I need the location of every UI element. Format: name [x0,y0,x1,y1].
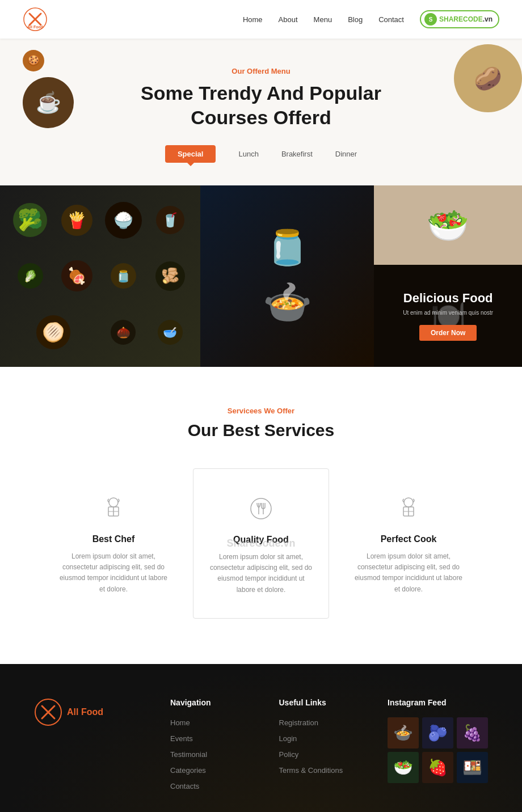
hero-deco-right: 🥔 [454,44,522,112]
svg-text:All Food: All Food [27,25,43,29]
service-cook-name: Perfect Cook [354,534,463,544]
service-chef-desc: Lorem ipsum dolor sit amet, consectetur … [59,551,168,595]
food-item-2: 🍟 [61,205,92,236]
footer-top: All Food Navigation Home Events Testimon… [34,698,488,812]
footer-nav-categories[interactable]: Categories [170,766,206,775]
gallery-middle: 🫙 🍲 [200,185,374,367]
footer-nav-contacts[interactable]: Contacts [170,782,199,790]
gallery-top-dish: 🥗 [374,185,522,265]
service-card-quality: ShareCode.vn Quality Food Lorem ipsum do… [193,468,329,619]
footer-nav-list: Home Events Testimonial Categories Conta… [170,717,245,791]
footer-links-col: Useful Links Registration Login Policy T… [279,698,354,797]
logo[interactable]: All Food [23,7,48,32]
food-item-4: 🥤 [156,206,184,234]
hero-subtitle: Our Offerd Menu [113,67,409,75]
hero-title: Some Trendy And Popular Courses Offerd [113,81,409,129]
bowl-decoration: ☕ [23,77,74,128]
food-oil-bottle: 🫙 [266,227,309,268]
nav-menu[interactable]: Menu [314,15,332,24]
footer-links-title: Useful Links [279,698,354,707]
food-item-6: 🍖 [61,260,92,291]
footer-instagram-title: Instagram Feed [388,698,488,707]
food-item-7: 🫙 [111,263,136,289]
services-section: Servicees We Offer Our Best Services Bes… [0,367,522,664]
footer: All Food Navigation Home Events Testimon… [0,664,522,812]
instagram-grid: 🍲 🫐 🍇 🥗 🍓 🍱 [388,717,488,783]
sharecode-text: SHARECODE.vn [439,15,492,23]
tab-special[interactable]: Special [165,145,216,163]
footer-nav-home[interactable]: Home [170,718,190,727]
footer-nav-col: Navigation Home Events Testimonial Categ… [170,698,245,797]
services-label: Servicees We Offer [34,407,488,415]
svg-point-4 [109,498,118,507]
service-cook-desc: Lorem ipsum dolor sit amet, consectetur … [354,551,463,595]
food-item-8: 🫚 [155,261,185,291]
hero-text: Our Offerd Menu Some Trendy And Popular … [0,61,522,185]
insta-item-3[interactable]: 🍇 [457,717,488,748]
footer-logo: All Food [34,698,136,726]
food-item-9: 🫓 [36,315,70,349]
service-quality-desc: Lorem ipsum dolor sit amet, consectetur … [207,552,315,595]
services-title: Our Best Services [34,421,488,440]
food-item-10: 🌰 [111,320,136,345]
svg-point-11 [404,498,413,507]
footer-links-list: Registration Login Policy Terms & Condit… [279,717,354,775]
footer-link-policy[interactable]: Policy [279,750,299,759]
food-gallery: 🥦 🍟 🍚 🥤 🥬 🍖 🫙 🫚 🫓 🌰 🥣 🫙 🍲 🥗 🍽️ Delicio [0,185,522,367]
svg-point-8 [251,498,271,519]
food-item-3: 🍚 [105,202,142,239]
footer-logo-text: All Food [67,707,103,717]
tab-lunch[interactable]: Lunch [238,150,258,158]
footer-instagram-col: Instagram Feed 🍲 🫐 🍇 🥗 🍓 🍱 [388,698,488,797]
service-quality-name: Quality Food [207,535,315,545]
fork-knife-icon [207,492,315,526]
gallery-right: 🥗 🍽️ Delicious Food Ut enim ad minim ven… [374,185,522,367]
tab-brakefirst[interactable]: Brakefirst [281,150,313,158]
sharecode-badge[interactable]: S SHARECODE.vn [420,10,499,28]
insta-item-6[interactable]: 🍱 [457,752,488,783]
insta-item-5[interactable]: 🍓 [422,752,453,783]
food-mushroom-bowl: 🍲 [263,279,312,325]
gallery-bottom-card: 🍽️ Delicious Food Ut enim ad minim venia… [374,265,522,367]
cookie-decoration: 🍪 [23,50,44,71]
navbar: All Food Home About Menu Blog Contact S … [0,0,522,39]
footer-link-terms[interactable]: Terms & Conditions [279,766,343,775]
nav-contact[interactable]: Contact [378,15,404,24]
service-card-cook: Perfect Cook Lorem ipsum dolor sit amet,… [340,468,477,619]
service-card-chef: Best Chef Lorem ipsum dolor sit amet, co… [45,468,182,619]
insta-item-4[interactable]: 🥗 [388,752,419,783]
footer-nav-events[interactable]: Events [170,734,193,743]
food-item-5: 🥬 [18,263,43,289]
footer-nav-testimonial[interactable]: Testimonial [170,750,207,759]
hero-deco-left: 🍪 ☕ [23,50,74,128]
nav-home[interactable]: Home [243,15,263,24]
nav-blog[interactable]: Blog [348,15,363,24]
nav-about[interactable]: About [279,15,298,24]
tab-dinner[interactable]: Dinner [335,150,357,158]
gallery-left: 🥦 🍟 🍚 🥤 🥬 🍖 🫙 🫚 🫓 🌰 🥣 [0,185,200,367]
delicious-title: Delicious Food [403,291,493,306]
service-chef-name: Best Chef [59,534,168,544]
nav-links: Home About Menu Blog Contact S SHARECODE… [243,10,499,28]
chef-icon [59,491,168,525]
insta-item-1[interactable]: 🍲 [388,717,419,748]
footer-logo-col: All Food [34,698,136,797]
footer-link-registration[interactable]: Registration [279,718,318,727]
food-item-11: 🥣 [158,320,183,345]
delicious-desc: Ut enim ad minim veniam quis nostr [403,309,493,317]
delicious-food-card: Delicious Food Ut enim ad minim veniam q… [374,265,522,367]
services-cards: Best Chef Lorem ipsum dolor sit amet, co… [34,468,488,619]
chips-decoration: 🥔 [454,44,522,112]
order-now-button[interactable]: Order Now [419,325,477,341]
footer-link-login[interactable]: Login [279,734,297,743]
sharecode-icon: S [424,13,437,26]
cook-icon [354,491,463,525]
insta-item-2[interactable]: 🫐 [422,717,453,748]
footer-nav-title: Navigation [170,698,245,707]
food-item-1: 🥦 [13,203,47,237]
menu-tabs: Special Lunch Brakefirst Dinner [113,145,409,180]
hero-section: 🍪 ☕ 🥔 Our Offerd Menu Some Trendy And Po… [0,39,522,185]
